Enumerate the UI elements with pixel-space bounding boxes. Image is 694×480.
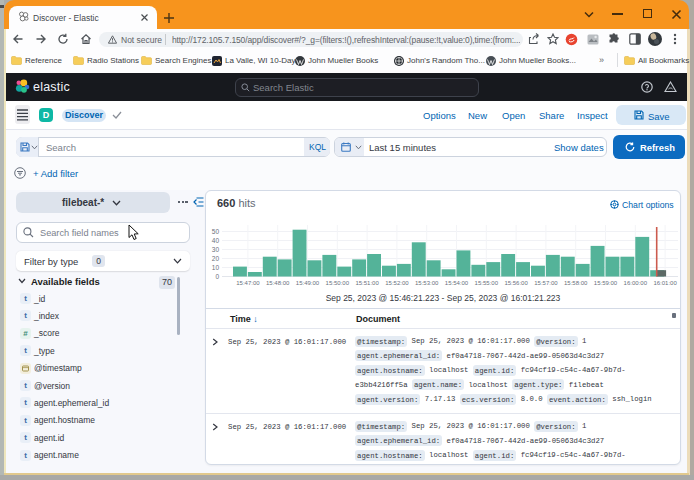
svg-text:15:53:00: 15:53:00 bbox=[415, 280, 439, 286]
svg-text:16:00:00: 16:00:00 bbox=[624, 280, 648, 286]
svg-text:15:48:00: 15:48:00 bbox=[266, 280, 290, 286]
svg-text:15:47:00: 15:47:00 bbox=[236, 280, 260, 286]
svg-text:0: 0 bbox=[215, 273, 219, 280]
svg-text:15:50:00: 15:50:00 bbox=[326, 280, 350, 286]
svg-text:40: 40 bbox=[212, 237, 220, 244]
svg-text:20: 20 bbox=[212, 255, 220, 262]
svg-text:15:56:00: 15:56:00 bbox=[504, 280, 528, 286]
svg-text:50: 50 bbox=[212, 228, 220, 235]
svg-text:15:54:00: 15:54:00 bbox=[445, 280, 469, 286]
svg-text:15:52:00: 15:52:00 bbox=[385, 280, 409, 286]
svg-text:15:55:00: 15:55:00 bbox=[475, 280, 499, 286]
svg-text:15:59:00: 15:59:00 bbox=[594, 280, 618, 286]
svg-text:15:49:00: 15:49:00 bbox=[296, 280, 320, 286]
svg-text:30: 30 bbox=[212, 246, 220, 253]
svg-text:15:51:00: 15:51:00 bbox=[355, 280, 379, 286]
svg-text:15:57:00: 15:57:00 bbox=[534, 280, 558, 286]
svg-text:16:01:00: 16:01:00 bbox=[653, 280, 677, 286]
svg-text:10: 10 bbox=[212, 264, 220, 271]
svg-text:15:58:00: 15:58:00 bbox=[564, 280, 588, 286]
